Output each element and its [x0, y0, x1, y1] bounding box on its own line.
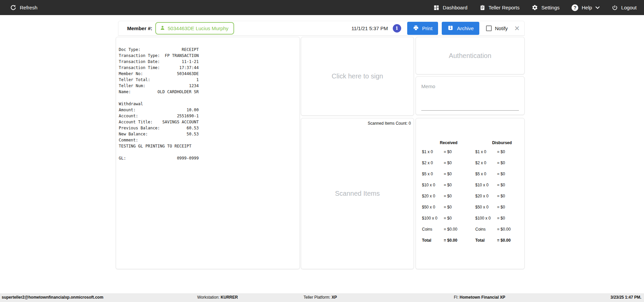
nav-dashboard[interactable]: Dashboard [433, 5, 467, 11]
cash-cell: Coins [475, 227, 497, 232]
notify-checkbox[interactable] [486, 25, 492, 31]
navbar-right-group: Dashboard Teller Reports Settings ? Help [433, 4, 637, 11]
archive-button[interactable]: Archive [442, 22, 479, 35]
cash-cell: = $0 [444, 216, 475, 221]
cash-cell: $1 x 0 [475, 149, 497, 154]
cash-cell: $10 x 0 [422, 183, 444, 187]
cash-cell: $20 x 0 [475, 194, 497, 198]
cash-cell: = $0 [497, 183, 525, 187]
cash-cell: Coins [422, 227, 444, 232]
nav-logout-label: Logout [621, 5, 637, 10]
close-icon[interactable]: × [515, 24, 520, 33]
nav-settings-label: Settings [541, 5, 559, 10]
main-area: Member #: 5034463DE Lucius Murphy 11/1/2… [0, 21, 644, 269]
nav-settings[interactable]: Settings [532, 4, 559, 11]
memo-label: Memo [421, 83, 435, 89]
cash-row: $5 x 0= $0$5 x 0= $0 [422, 172, 524, 183]
logged-in-user: superteller2@hometownfinancialxp.onmicro… [2, 295, 103, 300]
received-header: Received [422, 140, 475, 145]
content-row: Doc Type: RECEIPT Transaction Type: FP T… [116, 37, 644, 269]
scanned-items-panel[interactable]: Scanned Items Count: 0 Scanned Items [301, 118, 414, 269]
cash-cell: = $0 [497, 205, 525, 209]
receipt-text: Doc Type: RECEIPT Transaction Type: FP T… [116, 37, 300, 161]
cash-cell: Total [475, 238, 497, 243]
platform-label: Teller Platform: [304, 295, 330, 300]
power-icon [612, 5, 618, 11]
cash-row: $100 x 0= $0$100 x 0= $0 [422, 216, 524, 227]
transaction-datetime: 11/1/21 5:37 PM [352, 25, 388, 31]
signature-placeholder: Click here to sign [332, 72, 383, 80]
footer-datetime: 3/23/25 1:47 PM. [610, 295, 641, 300]
dashboard-icon [433, 5, 439, 11]
cash-cell: = $0 [497, 172, 525, 176]
nav-logout[interactable]: Logout [612, 5, 637, 11]
cash-cell: = $0 [444, 149, 475, 154]
teller-app: Refresh Dashboard Teller Reports Setting… [0, 0, 644, 302]
fi-label: FI: [454, 295, 459, 300]
workstation-value: KURRER [221, 295, 238, 300]
cash-cell: = $0.00 [497, 238, 525, 243]
cash-cell: $50 x 0 [475, 205, 497, 209]
cash-cell: = $0 [444, 161, 475, 165]
cash-cell: $5 x 0 [475, 172, 497, 176]
print-button-label: Print [422, 25, 433, 31]
print-button[interactable]: Print [407, 22, 438, 35]
member-number-label: Member #: [127, 25, 152, 31]
cash-cell: $1 x 0 [422, 149, 444, 154]
cash-cell: $10 x 0 [475, 183, 497, 187]
cash-row: $10 x 0= $0$10 x 0= $0 [422, 183, 524, 194]
person-icon [160, 25, 165, 32]
info-icon[interactable]: i [393, 24, 401, 33]
chevron-down-icon [595, 6, 600, 9]
cash-cell: = $0 [497, 216, 525, 221]
refresh-icon [10, 4, 16, 11]
cash-drawer-panel: Received Disbursed $1 x 0= $0$1 x 0= $0 … [416, 118, 525, 269]
nav-teller-reports-label: Teller Reports [489, 5, 520, 10]
cash-cell: = $0 [444, 194, 475, 198]
cash-row: $20 x 0= $0$20 x 0= $0 [422, 194, 524, 205]
memo-input-line[interactable] [421, 110, 519, 111]
workstation-label: Workstation: [197, 295, 219, 300]
cash-row: Coins= $0.00Coins= $0.00 [422, 227, 524, 238]
fi-status: FI: Hometown Financial XP [454, 295, 505, 300]
cash-cell: = $0 [497, 194, 525, 198]
printer-icon [413, 25, 419, 32]
authentication-placeholder: Authentication [449, 52, 491, 60]
cash-cell: $20 x 0 [422, 194, 444, 198]
cash-cell: $2 x 0 [475, 161, 497, 165]
authentication-panel[interactable]: Authentication [416, 37, 525, 74]
cash-cell: = $0.00 [444, 227, 475, 232]
member-search-input[interactable]: 5034463DE Lucius Murphy [155, 22, 234, 35]
cash-row: $1 x 0= $0$1 x 0= $0 [422, 149, 524, 161]
cash-cell: $50 x 0 [422, 205, 444, 209]
archive-icon [447, 25, 453, 32]
memo-panel[interactable]: Memo [416, 76, 525, 115]
cash-total-row: Total= $0.00Total= $0.00 [422, 238, 524, 249]
cash-cell: = $0 [497, 161, 525, 165]
cash-cell: = $0.00 [497, 227, 525, 232]
receipt-panel: Doc Type: RECEIPT Transaction Type: FP T… [116, 37, 300, 269]
nav-dashboard-label: Dashboard [443, 5, 467, 10]
notify-toggle[interactable]: Notify [486, 25, 507, 31]
cash-cell: $100 x 0 [475, 216, 497, 221]
cash-cell: $2 x 0 [422, 161, 444, 165]
cash-cell: = $0 [444, 183, 475, 187]
platform-value: XP [331, 295, 337, 300]
fi-value: Hometown Financial XP [460, 295, 505, 300]
nav-teller-reports[interactable]: Teller Reports [480, 4, 520, 11]
cash-cell: = $0.00 [444, 238, 475, 243]
gear-icon [532, 4, 538, 11]
cash-cell: $5 x 0 [422, 172, 444, 176]
status-bar: superteller2@hometownfinancialxp.onmicro… [0, 293, 644, 302]
nav-help[interactable]: ? Help [572, 4, 600, 11]
signature-pad[interactable]: Click here to sign [301, 37, 414, 116]
workstation-status: Workstation: KURRER [197, 295, 238, 300]
cash-cell: Total [422, 238, 444, 243]
cash-row: $50 x 0= $0$50 x 0= $0 [422, 205, 524, 216]
refresh-button[interactable]: Refresh [10, 4, 38, 11]
member-bar: Member #: 5034463DE Lucius Murphy 11/1/2… [118, 21, 525, 36]
archive-button-label: Archive [457, 25, 474, 31]
clipboard-icon [480, 4, 485, 11]
middle-column: Click here to sign Scanned Items Count: … [301, 37, 414, 269]
platform-status: Teller Platform: XP [304, 295, 337, 300]
